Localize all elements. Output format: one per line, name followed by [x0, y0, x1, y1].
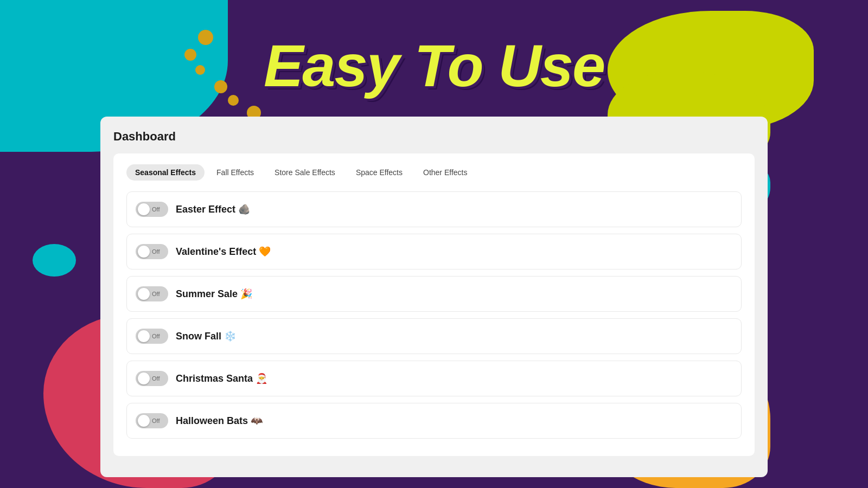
toggle-christmas-santa[interactable]: Off	[136, 371, 168, 386]
toggle-knob-christmas-santa	[138, 373, 150, 384]
tab-other-effects[interactable]: Other Effects	[414, 164, 476, 181]
effect-row-christmas-santa: Off Christmas Santa 🎅	[126, 361, 742, 396]
effect-name-halloween-bats: Halloween Bats 🦇	[176, 415, 263, 427]
toggle-summer-sale[interactable]: Off	[136, 286, 168, 301]
toggle-knob-summer-sale	[138, 288, 150, 300]
toggle-label-easter: Off	[152, 206, 159, 213]
hero: Easy To Use	[0, 0, 868, 130]
effect-row-snow-fall: Off Snow Fall ❄️	[126, 318, 742, 354]
effect-name-summer-sale: Summer Sale 🎉	[176, 288, 252, 300]
toggle-snow-fall[interactable]: Off	[136, 329, 168, 344]
toggle-knob-easter	[138, 203, 150, 215]
toggle-valentines[interactable]: Off	[136, 244, 168, 259]
dashboard-title: Dashboard	[113, 130, 755, 144]
dashboard-panel: Dashboard Seasonal Effects Fall Effects …	[100, 117, 768, 477]
toggle-knob-halloween-bats	[138, 415, 150, 427]
effect-row-summer-sale: Off Summer Sale 🎉	[126, 276, 742, 312]
hero-title: Easy To Use	[264, 31, 604, 100]
toggle-knob-snow-fall	[138, 330, 150, 342]
effect-row-easter: Off Easter Effect 🪨	[126, 191, 742, 227]
effects-list: Off Easter Effect 🪨 Off Valentine's Effe…	[126, 191, 742, 439]
effect-row-valentines: Off Valentine's Effect 🧡	[126, 234, 742, 269]
toggle-label-summer-sale: Off	[152, 291, 159, 297]
toggle-label-snow-fall: Off	[152, 333, 159, 339]
tab-fall-effects[interactable]: Fall Effects	[208, 164, 263, 181]
tab-store-sale-effects[interactable]: Store Sale Effects	[266, 164, 344, 181]
toggle-label-christmas-santa: Off	[152, 375, 159, 382]
effects-card: Seasonal Effects Fall Effects Store Sale…	[113, 153, 755, 456]
tab-space-effects[interactable]: Space Effects	[347, 164, 411, 181]
effect-name-valentines: Valentine's Effect 🧡	[176, 246, 271, 258]
toggle-knob-valentines	[138, 246, 150, 258]
effect-name-easter: Easter Effect 🪨	[176, 203, 250, 215]
toggle-label-halloween-bats: Off	[152, 418, 159, 424]
effect-name-christmas-santa: Christmas Santa 🎅	[176, 373, 267, 384]
effect-row-halloween-bats: Off Halloween Bats 🦇	[126, 403, 742, 439]
toggle-halloween-bats[interactable]: Off	[136, 413, 168, 428]
toggle-easter[interactable]: Off	[136, 202, 168, 217]
bg-blob-teal-left-mid	[33, 244, 76, 277]
tabs-container: Seasonal Effects Fall Effects Store Sale…	[126, 164, 742, 181]
toggle-label-valentines: Off	[152, 248, 159, 255]
effect-name-snow-fall: Snow Fall ❄️	[176, 330, 236, 342]
tab-seasonal-effects[interactable]: Seasonal Effects	[126, 164, 205, 181]
